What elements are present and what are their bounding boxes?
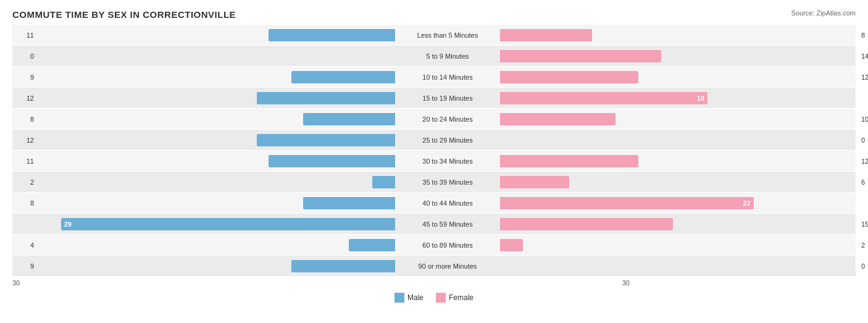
bar-male bbox=[291, 260, 395, 272]
chart-container: COMMUTE TIME BY SEX IN CORRECTIONVILLE S… bbox=[0, 0, 868, 323]
legend-male-label: Male bbox=[407, 293, 424, 302]
bar-male bbox=[303, 113, 395, 125]
source-label: Source: ZipAtlas.com bbox=[791, 9, 856, 17]
bar-female: 22 bbox=[500, 197, 754, 209]
row-label: Less than 5 Minutes bbox=[395, 31, 500, 39]
male-outer-value: 2 bbox=[12, 178, 37, 186]
female-outer-value: 15 bbox=[858, 220, 868, 228]
bar-right-container bbox=[500, 134, 858, 146]
female-outer-value: 10 bbox=[858, 115, 868, 123]
male-outer-value: 4 bbox=[12, 241, 37, 249]
female-outer-value: 6 bbox=[858, 178, 868, 186]
bar-left-container bbox=[37, 155, 395, 167]
male-outer-value: 12 bbox=[12, 94, 37, 102]
bar-right-container bbox=[500, 113, 858, 125]
bar-female bbox=[500, 113, 616, 125]
male-outer-value: 0 bbox=[12, 52, 37, 60]
bar-left-container bbox=[37, 239, 395, 251]
male-outer-value: 8 bbox=[12, 115, 37, 123]
table-row: 29 45 to 59 Minutes 15 bbox=[12, 214, 856, 234]
bar-right-container bbox=[500, 239, 858, 251]
chart-area: 11 Less than 5 Minutes 8 0 5 to bbox=[12, 25, 856, 276]
bar-right-container: 22 bbox=[500, 197, 858, 209]
bar-left-container bbox=[37, 197, 395, 209]
bar-left-container bbox=[37, 50, 395, 62]
bar-left-container bbox=[37, 260, 395, 272]
bar-female bbox=[500, 50, 661, 62]
bar-female bbox=[500, 239, 523, 251]
male-outer-value: 9 bbox=[12, 73, 37, 81]
axis-left-val: 30 bbox=[12, 279, 20, 287]
female-outer-value: 12 bbox=[858, 73, 868, 81]
female-outer-value: 14 bbox=[858, 52, 868, 60]
row-label: 15 to 19 Minutes bbox=[395, 94, 500, 102]
chart-title: COMMUTE TIME BY SEX IN CORRECTIONVILLE bbox=[12, 9, 856, 20]
bar-left-container: 29 bbox=[37, 218, 395, 230]
table-row: 2 35 to 39 Minutes 6 bbox=[12, 172, 856, 192]
row-label: 45 to 59 Minutes bbox=[395, 220, 500, 228]
table-row: 11 Less than 5 Minutes 8 bbox=[12, 25, 856, 45]
bar-female bbox=[500, 176, 569, 188]
bar-right-container bbox=[500, 155, 858, 167]
table-row: 12 25 to 29 Minutes 0 bbox=[12, 130, 856, 150]
male-outer-value: 9 bbox=[12, 262, 37, 270]
table-row: 0 5 to 9 Minutes 14 bbox=[12, 46, 856, 66]
bar-left-container bbox=[37, 176, 395, 188]
bar-female bbox=[500, 218, 673, 230]
male-outer-value: 11 bbox=[12, 31, 37, 39]
table-row: 8 40 to 44 Minutes 22 bbox=[12, 193, 856, 213]
bar-right-container: 18 bbox=[500, 92, 858, 104]
female-outer-value: 2 bbox=[858, 241, 868, 249]
table-row: 9 90 or more Minutes 0 bbox=[12, 256, 856, 276]
male-outer-value: 8 bbox=[12, 199, 37, 207]
table-row: 11 30 to 34 Minutes 12 bbox=[12, 151, 856, 171]
bar-male bbox=[291, 71, 395, 83]
row-label: 90 or more Minutes bbox=[395, 262, 500, 270]
bar-male bbox=[349, 239, 395, 251]
row-label: 25 to 29 Minutes bbox=[395, 136, 500, 144]
female-inner-label: 18 bbox=[697, 94, 704, 102]
bar-male: 29 bbox=[61, 218, 395, 230]
bar-male bbox=[269, 29, 395, 41]
bar-female bbox=[500, 29, 592, 41]
table-row: 8 20 to 24 Minutes 10 bbox=[12, 109, 856, 129]
axis-row: 30 30 bbox=[12, 277, 856, 289]
male-inner-label: 29 bbox=[64, 220, 72, 228]
row-label: 60 to 89 Minutes bbox=[395, 241, 500, 249]
female-outer-value: 8 bbox=[858, 31, 868, 39]
row-label: 20 to 24 Minutes bbox=[395, 115, 500, 123]
bar-left-container bbox=[37, 113, 395, 125]
row-label: 40 to 44 Minutes bbox=[395, 199, 500, 207]
legend-female-label: Female bbox=[449, 293, 474, 302]
female-outer-value: 12 bbox=[858, 157, 868, 165]
legend-male-box bbox=[394, 293, 404, 303]
bar-female bbox=[500, 155, 638, 167]
legend: Male Female bbox=[12, 293, 856, 303]
row-label: 30 to 34 Minutes bbox=[395, 157, 500, 165]
bar-right-container bbox=[500, 176, 858, 188]
legend-male: Male bbox=[394, 293, 424, 303]
row-label: 5 to 9 Minutes bbox=[395, 52, 500, 60]
bar-left-container bbox=[37, 134, 395, 146]
bar-male bbox=[269, 155, 395, 167]
male-outer-value: 12 bbox=[12, 136, 37, 144]
bar-male bbox=[372, 176, 395, 188]
bar-right-container bbox=[500, 260, 858, 272]
table-row: 9 10 to 14 Minutes 12 bbox=[12, 67, 856, 87]
bar-left-container bbox=[37, 71, 395, 83]
bar-female bbox=[500, 71, 638, 83]
bar-right-container bbox=[500, 71, 858, 83]
bar-male bbox=[303, 197, 395, 209]
bar-male bbox=[257, 134, 395, 146]
bar-left-container bbox=[37, 92, 395, 104]
axis-right-val: 30 bbox=[622, 279, 630, 287]
legend-female-box bbox=[436, 293, 446, 303]
bar-male bbox=[257, 92, 395, 104]
row-label: 10 to 14 Minutes bbox=[395, 73, 500, 81]
female-inner-label: 22 bbox=[743, 199, 750, 207]
female-outer-value: 0 bbox=[858, 136, 868, 144]
table-row: 12 15 to 19 Minutes 18 bbox=[12, 88, 856, 108]
bar-left-container bbox=[37, 29, 395, 41]
row-label: 35 to 39 Minutes bbox=[395, 178, 500, 186]
male-outer-value: 11 bbox=[12, 157, 37, 165]
